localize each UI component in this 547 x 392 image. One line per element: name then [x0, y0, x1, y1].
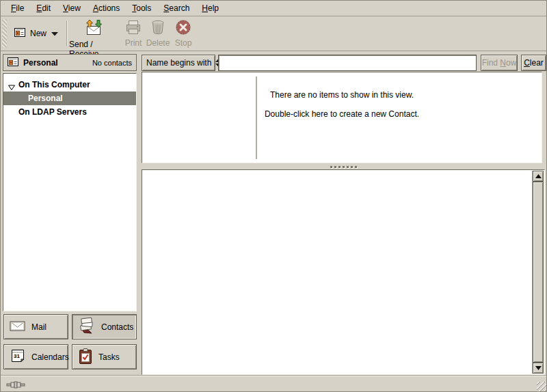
new-button-label: New — [30, 29, 46, 38]
switcher-calendars-label: Calendars — [31, 352, 69, 362]
folder-header-title: Personal — [23, 58, 58, 68]
tree-item-on-ldap-servers[interactable]: On LDAP Servers — [3, 105, 136, 119]
evolution-window: { "colors": { "window_bg": "#d6d2c7", "p… — [0, 0, 547, 392]
clear-label: Clear — [524, 58, 544, 68]
menu-bar: File Edit View Actions Tools Search Help — [1, 1, 547, 16]
calendar-icon: 31 — [10, 348, 26, 366]
trash-icon — [150, 19, 166, 38]
window-resize-grip[interactable] — [537, 382, 546, 391]
menu-view[interactable]: View — [57, 2, 87, 14]
search-filter-dropdown[interactable]: Name begins with — [142, 55, 215, 71]
horizontal-splitter[interactable] — [142, 164, 545, 169]
tree-item-personal[interactable]: Personal — [3, 92, 136, 105]
menu-edit[interactable]: Edit — [30, 2, 57, 14]
switcher-mail-label: Mail — [31, 322, 46, 332]
empty-view-line1: There are no items to show in this view. — [142, 90, 542, 100]
stop-label: Stop — [175, 38, 192, 48]
toolbar-grip[interactable] — [2, 19, 7, 48]
contacts-icon — [78, 317, 96, 337]
online-status-connector-icon[interactable] — [6, 380, 25, 391]
menu-tools[interactable]: Tools — [126, 2, 157, 14]
find-now-label: Find Now — [482, 58, 517, 68]
contact-preview-pane[interactable] — [142, 169, 545, 375]
tasks-icon — [78, 348, 93, 367]
vertical-scrollbar[interactable] — [532, 171, 544, 374]
tree-item-label: On This Computer — [18, 80, 90, 89]
scroll-down-button[interactable] — [533, 363, 544, 374]
svg-text:31: 31 — [14, 353, 20, 359]
tree-item-label: On LDAP Servers — [18, 107, 87, 117]
switcher-tasks-label: Tasks — [98, 352, 120, 362]
toolbar-separator — [66, 21, 68, 46]
mail-icon — [10, 320, 26, 334]
scroll-up-button[interactable] — [533, 171, 544, 182]
menu-help[interactable]: Help — [196, 2, 225, 14]
splitter-handle[interactable] — [330, 166, 357, 168]
clear-button[interactable]: Clear — [521, 55, 546, 71]
menu-actions[interactable]: Actions — [87, 2, 126, 14]
new-button[interactable]: New — [10, 23, 63, 44]
empty-view-message: There are no items to show in this view.… — [142, 90, 542, 128]
toolbar: New Send / Receive Print Delete Stop — [1, 17, 547, 51]
folder-header[interactable]: Personal No contacts — [3, 54, 137, 71]
empty-view-line2: Double-click here to create a new Contac… — [142, 109, 542, 119]
printer-icon — [124, 19, 142, 38]
switcher-mail-button[interactable]: Mail — [3, 314, 68, 339]
stop-icon — [175, 19, 191, 38]
contacts-card-view[interactable]: There are no items to show in this view.… — [142, 72, 542, 163]
status-bar — [1, 376, 547, 392]
folder-tree: On This Computer Personal On LDAP Server… — [3, 73, 137, 311]
print-button: Print — [121, 19, 146, 51]
switcher-contacts-label: Contacts — [101, 322, 133, 332]
delete-button: Delete — [146, 19, 170, 51]
menu-file[interactable]: File — [5, 2, 30, 14]
tree-item-label: Personal — [28, 94, 63, 103]
stop-button: Stop — [172, 19, 195, 51]
send-receive-button[interactable]: Send / Receive — [69, 19, 118, 51]
tree-item-on-this-computer[interactable]: On This Computer — [3, 78, 136, 92]
find-now-button: Find Now — [481, 55, 518, 71]
chevron-down-icon — [51, 29, 59, 38]
search-filter-value: Name begins with — [142, 58, 215, 68]
scrollbar-thumb[interactable] — [533, 182, 544, 363]
contact-card-icon — [8, 57, 18, 68]
print-label: Print — [125, 38, 142, 48]
search-input[interactable] — [218, 55, 477, 71]
switcher-contacts-button[interactable]: Contacts — [72, 314, 137, 339]
switcher-tasks-button[interactable]: Tasks — [72, 344, 137, 369]
send-receive-icon — [84, 19, 103, 39]
switcher-calendars-button[interactable]: 31 Calendars — [3, 344, 68, 369]
folder-header-status: No contacts — [92, 59, 132, 67]
contact-card-icon — [14, 28, 25, 39]
delete-label: Delete — [146, 38, 170, 48]
menu-search[interactable]: Search — [157, 2, 196, 14]
